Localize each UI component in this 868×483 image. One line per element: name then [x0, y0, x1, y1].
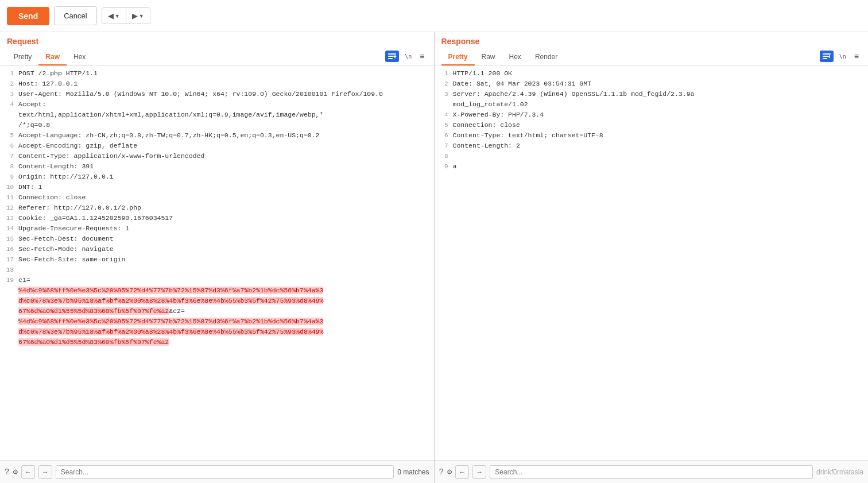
svg-rect-0	[388, 53, 396, 55]
response-bottom-bar: ? ⚙ ← → drinkf0rmatasia	[435, 460, 869, 483]
response-content: 1 HTTP/1.1 200 OK 2 Date: Sat, 04 Mar 20…	[435, 66, 869, 460]
dropdown-arrow-right: ▼	[139, 13, 144, 19]
highlighted-text: %4d%c9%68%ff%0e%e3%5c%20%95%72%d4%77%7b%…	[18, 287, 323, 315]
search-next-button[interactable]: →	[38, 465, 52, 479]
match-count: 0 matches	[397, 468, 429, 476]
request-bottom-bar: ? ⚙ ← → 0 matches	[0, 460, 434, 483]
table-row: 2 Date: Sat, 04 Mar 2023 03:54:31 GMT	[435, 79, 869, 89]
table-row: 1 HTTP/1.1 200 OK	[435, 68, 869, 79]
chevron-left-icon: ◀	[108, 11, 114, 20]
menu-button-request[interactable]: ≡	[417, 51, 427, 62]
request-tab-actions: \n ≡	[385, 51, 427, 64]
tab-request-hex[interactable]: Hex	[67, 49, 92, 65]
menu-button-response[interactable]: ≡	[852, 51, 861, 62]
table-row: 1 POST /2.php HTTP/1.1	[0, 68, 434, 79]
nav-button-group: ◀ ▼ ▶ ▼	[102, 7, 150, 24]
search-next-button-response[interactable]: →	[472, 465, 486, 479]
bottom-right-text: drinkf0rmatasia	[816, 468, 863, 476]
svg-rect-1	[388, 56, 394, 57]
table-row: 6 Content-Type: text/html; charset=UTF-8	[435, 130, 869, 141]
next-button[interactable]: ▶ ▼	[126, 8, 150, 24]
newline-icon-response: \n	[839, 53, 846, 60]
table-row: 2 Host: 127.0.0.1	[0, 79, 434, 89]
prev-button[interactable]: ◀ ▼	[102, 8, 126, 24]
table-row: 14 Upgrade-Insecure-Requests: 1	[0, 223, 434, 234]
chevron-right-icon: ▶	[132, 11, 138, 20]
search-input-response[interactable]	[490, 465, 813, 479]
response-header: Response Pretty Raw Hex Render	[435, 32, 869, 66]
toolbar: Send Cancel ◀ ▼ ▶ ▼	[0, 0, 868, 32]
wrap-icon-button-response[interactable]	[820, 51, 834, 62]
tab-response-pretty[interactable]: Pretty	[441, 49, 475, 65]
table-row: 9 Origin: http://127.0.0.1	[0, 172, 434, 182]
table-row: 4 Accept: text/html,application/xhtml+xm…	[0, 99, 434, 130]
response-panel: Response Pretty Raw Hex Render	[435, 32, 869, 483]
svg-rect-4	[823, 56, 828, 57]
table-row: 10 DNT: 1	[0, 182, 434, 192]
help-icon-response[interactable]: ?	[439, 467, 444, 477]
table-row: 9 a	[435, 161, 869, 172]
tab-response-render[interactable]: Render	[528, 49, 564, 65]
request-content: 1 POST /2.php HTTP/1.1 2 Host: 127.0.0.1…	[0, 66, 434, 460]
table-row: 8	[435, 151, 869, 161]
table-row: 5 Accept-Language: zh-CN,zh;q=0.8,zh-TW;…	[0, 130, 434, 141]
request-tabs: Pretty Raw Hex \n	[7, 49, 427, 65]
table-row: 6 Accept-Encoding: gzip, deflate	[0, 141, 434, 151]
newline-button-response[interactable]: \n	[837, 52, 848, 61]
wrap-icon-button[interactable]	[385, 51, 399, 62]
table-row: 3 User-Agent: Mozilla/5.0 (Windows NT 10…	[0, 89, 434, 99]
response-tab-actions: \n ≡	[820, 51, 861, 64]
table-row: 8 Content-Length: 391	[0, 161, 434, 172]
tab-response-raw[interactable]: Raw	[475, 49, 502, 65]
menu-icon-response: ≡	[854, 52, 859, 61]
table-row: 11 Connection: close	[0, 192, 434, 203]
svg-rect-3	[823, 53, 831, 55]
table-row: 18	[0, 265, 434, 275]
svg-rect-2	[388, 58, 393, 59]
highlighted-text-2: %4d%c9%68%ff%0e%e3%5c%20%95%72%d4%77%7b%…	[18, 318, 323, 346]
table-row: 13 Cookie: _ga=GA1.1.1245202590.16760345…	[0, 213, 434, 223]
response-tabs: Pretty Raw Hex Render \n	[441, 49, 862, 65]
tab-response-hex[interactable]: Hex	[502, 49, 528, 65]
table-row: 3 Server: Apache/2.4.39 (Win64) OpenSSL/…	[435, 89, 869, 110]
search-prev-button-response[interactable]: ←	[455, 465, 469, 479]
dropdown-arrow-left: ▼	[115, 13, 120, 19]
response-title: Response	[441, 37, 862, 46]
tab-request-pretty[interactable]: Pretty	[7, 49, 38, 65]
table-row: 19 c1= %4d%c9%68%ff%0e%e3%5c%20%95%72%d4…	[0, 275, 434, 347]
wrap-icon	[388, 52, 397, 61]
table-row: 4 X-Powered-By: PHP/7.3.4	[435, 110, 869, 120]
send-button[interactable]: Send	[7, 7, 49, 25]
request-header: Request Pretty Raw Hex \n	[0, 32, 434, 66]
settings-icon[interactable]: ⚙	[13, 467, 17, 477]
table-row: 16 Sec-Fetch-Mode: navigate	[0, 244, 434, 254]
help-icon[interactable]: ?	[5, 467, 9, 477]
table-row: 15 Sec-Fetch-Dest: document	[0, 234, 434, 244]
menu-icon: ≡	[420, 52, 424, 61]
tab-request-raw[interactable]: Raw	[38, 49, 67, 65]
search-input[interactable]	[56, 465, 394, 479]
search-prev-button[interactable]: ←	[21, 465, 35, 479]
wrap-icon-response	[822, 52, 831, 61]
table-row: 7 Content-Type: application/x-www-form-u…	[0, 151, 434, 161]
table-row: 7 Content-Length: 2	[435, 141, 869, 151]
request-panel: Request Pretty Raw Hex \n	[0, 32, 435, 483]
newline-icon: \n	[405, 53, 412, 60]
settings-icon-response[interactable]: ⚙	[447, 467, 452, 477]
table-row: 12 Referer: http://127.0.0.1/2.php	[0, 203, 434, 213]
svg-rect-5	[823, 58, 827, 59]
table-row: 5 Connection: close	[435, 120, 869, 130]
main-panels: Request Pretty Raw Hex \n	[0, 32, 868, 483]
newline-button[interactable]: \n	[402, 52, 414, 61]
table-row: 17 Sec-Fetch-Site: same-origin	[0, 254, 434, 265]
cancel-button[interactable]: Cancel	[54, 6, 96, 25]
request-title: Request	[7, 37, 427, 46]
